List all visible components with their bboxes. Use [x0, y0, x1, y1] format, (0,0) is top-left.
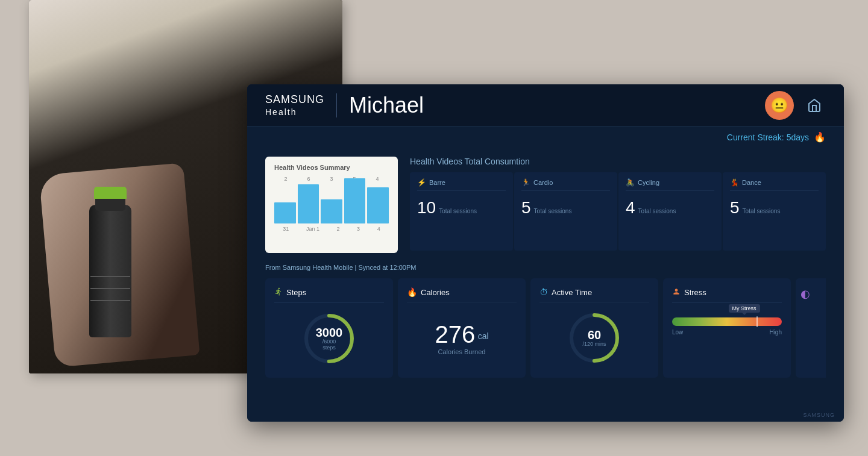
steps-icon [274, 287, 283, 298]
tv-display: SAMSUNG Health Michael 😐 Curre [247, 84, 844, 422]
calories-unit: cal [478, 331, 489, 340]
total-title: Health Videos Total Consumtion [410, 157, 826, 166]
cycling-sessions-label: Total sessions [638, 208, 676, 214]
avatar-emoji: 😐 [770, 97, 788, 114]
steps-title: Steps [286, 288, 306, 297]
calories-icon: 🔥 [407, 287, 417, 297]
header-divider [336, 93, 337, 117]
category-cardio: 🏃 Cardio 5 Total sessions [514, 172, 617, 251]
stress-low-label: Low [672, 329, 683, 336]
samsung-health-logo: SAMSUNG Health [265, 93, 324, 118]
calories-title: Calories [421, 288, 450, 297]
active-progress: 60 /120 mins [567, 311, 621, 365]
chart-bottom-labels: 31 Jan 1 2 3 4 [274, 226, 389, 232]
active-icon: ⏱ [539, 287, 548, 297]
cardio-icon: 🏃 [521, 178, 530, 187]
dance-label: Dance [742, 179, 761, 186]
chart-bars [274, 184, 389, 223]
stress-gradient [672, 317, 782, 326]
brand-name: SAMSUNG [265, 93, 324, 107]
summary-title: Health Videos Summary [274, 164, 389, 171]
barre-sessions-label: Total sessions [439, 208, 477, 214]
stress-high-label: High [769, 329, 782, 336]
health-videos-summary: Health Videos Summary 2 6 3 5 4 [265, 157, 398, 253]
summary-chart: 2 6 3 5 4 [274, 176, 389, 233]
brand-sub: Health [265, 107, 324, 117]
user-name: Michael [349, 93, 424, 118]
streak-text: Current Streak: 5days [727, 133, 809, 142]
cardio-sessions-label: Total sessions [534, 208, 572, 214]
dance-sessions-label: Total sessions [743, 208, 781, 214]
stress-card: Stress My Stress [663, 278, 791, 378]
steps-value: 3000 [316, 326, 343, 339]
stress-icon [672, 287, 681, 298]
cardio-count: 5 [521, 198, 531, 217]
category-barre: ⚡ Barre 10 Total sessions [410, 172, 513, 251]
bar-1 [274, 202, 296, 223]
barre-label: Barre [429, 179, 445, 186]
steps-sub: /6000 steps [316, 339, 343, 351]
cardio-label: Cardio [533, 179, 553, 186]
bar-5 [367, 187, 389, 223]
steps-card: Steps 3000 /6000 steps [265, 278, 393, 378]
calories-label: Calories Burned [435, 348, 488, 355]
dance-count: 5 [730, 198, 740, 217]
calories-card: 🔥 Calories 276 cal Calories Burned [398, 278, 526, 378]
main-content: Health Videos Summary 2 6 3 5 4 [247, 148, 844, 413]
steps-progress: 3000 /6000 steps [302, 311, 356, 366]
active-value: 60 [582, 329, 606, 341]
cycling-icon: 🚴 [626, 178, 635, 187]
category-cycling: 🚴 Cycling 4 Total sessions [618, 172, 722, 251]
calories-value: 276 [435, 321, 475, 348]
flame-icon: 🔥 [814, 131, 826, 143]
barre-icon: ⚡ [417, 178, 426, 187]
home-button[interactable] [803, 94, 826, 117]
video-categories: ⚡ Barre 10 Total sessions 🏃 Card [410, 172, 826, 251]
health-videos-section: Health Videos Summary 2 6 3 5 4 [265, 157, 826, 253]
avatar[interactable]: 😐 [765, 91, 794, 120]
app-header: SAMSUNG Health Michael 😐 [247, 84, 844, 126]
streak-bar: Current Streak: 5days 🔥 [247, 126, 844, 148]
active-time-card: ⏱ Active Time 60 /120 mins [530, 278, 658, 378]
bar-3 [321, 199, 342, 223]
chart-top-labels: 2 6 3 5 4 [274, 176, 389, 182]
health-videos-total: Health Videos Total Consumtion ⚡ Barre 1… [410, 157, 826, 253]
stress-indicator: My Stress [729, 304, 760, 313]
barre-count: 10 [417, 198, 436, 217]
stress-title: Stress [684, 288, 706, 297]
health-metrics: Steps 3000 /6000 steps [265, 278, 826, 378]
category-dance: 💃 Dance 5 Total sessions [723, 172, 826, 251]
partial-card: ◐ [796, 278, 826, 378]
active-sub: /120 mins [582, 341, 606, 347]
cycling-label: Cycling [638, 179, 659, 186]
partial-icon: ◐ [800, 287, 810, 301]
active-title: Active Time [552, 288, 592, 297]
tv-brand: SAMSUNG [803, 412, 835, 418]
header-actions: 😐 [765, 91, 826, 120]
bar-4 [344, 178, 366, 223]
sync-bar: From Samsung Health Mobile | Synced at 1… [265, 264, 826, 271]
stress-meter: My Stress Low High [672, 311, 782, 336]
dance-icon: 💃 [730, 178, 739, 187]
bar-2 [298, 184, 319, 223]
cycling-count: 4 [626, 198, 635, 217]
